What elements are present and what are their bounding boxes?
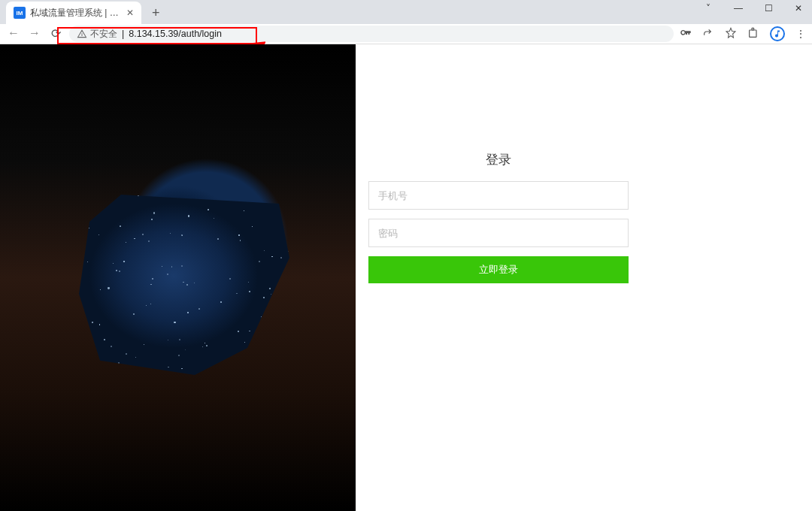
active-tab[interactable]: IM 私域流量管理系统 | 账号登录？ ✕ bbox=[6, 2, 141, 24]
svg-rect-0 bbox=[750, 30, 756, 37]
browser-chrome: IM 私域流量管理系统 | 账号登录？ ✕ + ˅ — ☐ ✕ ← → ⟳ 不安… bbox=[0, 0, 812, 44]
window-close-icon[interactable]: ✕ bbox=[789, 3, 807, 14]
window-controls: ˅ — ☐ ✕ bbox=[699, 3, 807, 14]
star-icon[interactable] bbox=[725, 27, 737, 41]
hero-image bbox=[0, 44, 356, 511]
warning-triangle-icon bbox=[77, 29, 87, 39]
caret-down-icon[interactable]: ˅ bbox=[699, 3, 717, 14]
toolbar-right: ⋮ bbox=[680, 26, 806, 41]
phone-input[interactable] bbox=[368, 181, 629, 210]
refresh-button[interactable]: ⟳ bbox=[48, 26, 63, 41]
menu-icon[interactable]: ⋮ bbox=[795, 28, 806, 40]
cave-sky bbox=[79, 195, 289, 375]
login-title: 登录 bbox=[368, 151, 629, 168]
music-extension-icon[interactable] bbox=[770, 26, 785, 41]
close-icon[interactable]: ✕ bbox=[126, 8, 134, 18]
login-form: 登录 立即登录 bbox=[368, 151, 629, 283]
window-minimize-icon[interactable]: — bbox=[729, 3, 747, 14]
extensions-icon[interactable] bbox=[747, 27, 759, 41]
page-content: 登录 立即登录 bbox=[0, 44, 812, 511]
browser-toolbar: ← → ⟳ 不安全 | 8.134.15.39/auth/login bbox=[0, 24, 812, 44]
login-button[interactable]: 立即登录 bbox=[368, 256, 629, 283]
security-label: 不安全 bbox=[90, 28, 117, 41]
address-bar[interactable]: 不安全 | 8.134.15.39/auth/login bbox=[69, 26, 674, 42]
security-warning: 不安全 bbox=[77, 28, 117, 41]
back-button[interactable]: ← bbox=[6, 26, 21, 40]
new-tab-button[interactable]: + bbox=[146, 2, 166, 24]
tab-title: 私域流量管理系统 | 账号登录？ bbox=[30, 7, 122, 20]
share-icon[interactable] bbox=[702, 27, 714, 41]
password-input[interactable] bbox=[368, 219, 629, 247]
key-icon[interactable] bbox=[680, 27, 692, 41]
favicon-icon: IM bbox=[14, 7, 26, 19]
forward-button[interactable]: → bbox=[27, 26, 42, 40]
tab-strip: IM 私域流量管理系统 | 账号登录？ ✕ + ˅ — ☐ ✕ bbox=[0, 0, 812, 24]
login-pane: 登录 立即登录 bbox=[356, 44, 812, 511]
url-text: 8.134.15.39/auth/login bbox=[129, 29, 222, 39]
window-maximize-icon[interactable]: ☐ bbox=[759, 3, 777, 14]
svg-rect-1 bbox=[752, 28, 754, 30]
